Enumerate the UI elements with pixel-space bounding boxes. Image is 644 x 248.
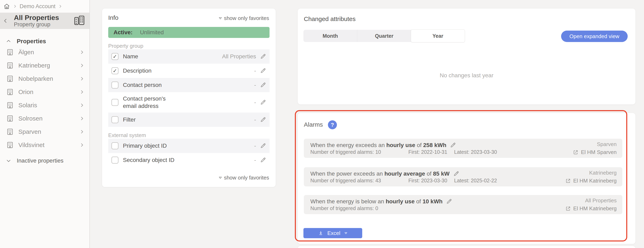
- chevron-right-icon: [79, 63, 84, 68]
- alarm-meter-link-label: El HM Katrineberg: [573, 178, 617, 184]
- sidebar-item-label: Vildsvinet: [18, 142, 79, 148]
- tab-year[interactable]: Year: [411, 29, 465, 42]
- sidebar-item-orion[interactable]: Orion: [0, 85, 90, 98]
- sidebar-item-katrineberg[interactable]: Katrineberg: [0, 59, 90, 72]
- tab-quarter[interactable]: Quarter: [357, 30, 411, 42]
- alarm-text: When the power exceeds an: [310, 171, 384, 177]
- show-only-favorites-label: show only favorites: [224, 175, 269, 181]
- field-label: Description: [123, 67, 180, 74]
- alarm-meter-link[interactable]: El HM Katrineberg: [565, 205, 617, 212]
- show-only-favorites-toggle-bottom[interactable]: show only favorites: [218, 175, 269, 181]
- field-value: -: [254, 157, 256, 163]
- edit-pencil-icon[interactable]: [260, 99, 266, 106]
- edit-pencil-icon[interactable]: [260, 82, 266, 88]
- field-label: Filter: [123, 116, 180, 123]
- sidebar-item-vildsvinet[interactable]: Vildsvinet: [0, 138, 90, 152]
- no-changes-message: No changes last year: [298, 72, 636, 79]
- edit-pencil-icon[interactable]: [260, 53, 266, 60]
- sidebar-item-algen[interactable]: Älgen: [0, 46, 90, 59]
- chevron-right-icon: [79, 129, 84, 134]
- sidebar-section-inactive-properties[interactable]: Inactive properties: [0, 156, 90, 165]
- next-card-edge: [298, 246, 636, 248]
- back-chevron-icon[interactable]: [2, 18, 8, 24]
- chevron-right-icon: [79, 76, 84, 81]
- edit-pencil-icon[interactable]: [260, 157, 266, 163]
- edit-pencil-icon[interactable]: [450, 142, 456, 148]
- chevron-right-icon: [79, 103, 84, 108]
- alarm-first-date: First: 2023-03-30: [408, 178, 454, 184]
- home-icon[interactable]: [3, 3, 10, 10]
- alarm-text-bold: 10 kWh: [422, 198, 442, 205]
- show-only-favorites-toggle-top[interactable]: show only favorites: [218, 15, 269, 21]
- info-row-primary-object-id: Primary object ID -: [108, 139, 270, 153]
- filter-triangle-icon: [218, 16, 222, 20]
- alarm-meter-link[interactable]: El HM Katrineberg: [565, 178, 617, 184]
- tab-month[interactable]: Month: [304, 30, 357, 42]
- edit-pencil-icon[interactable]: [446, 198, 452, 205]
- alarm-text-bold: hourly average: [384, 171, 425, 177]
- building-icon: [6, 128, 14, 136]
- field-value: -: [254, 67, 256, 74]
- field-label: Primary object ID: [123, 142, 180, 150]
- alarm-text: of: [415, 142, 423, 148]
- checkbox-description[interactable]: ✓: [112, 67, 118, 74]
- checkbox-secondary-object-id[interactable]: [112, 157, 118, 164]
- changed-attributes-title: Changed attributes: [304, 15, 356, 22]
- sidebar-section-label: Inactive properties: [17, 157, 64, 164]
- checkbox-filter[interactable]: [112, 116, 118, 123]
- alarm-text: When the energy is below an: [310, 198, 386, 205]
- alarm-meter-link-label: El HM Sparven: [581, 149, 617, 155]
- info-row-secondary-object-id: Secondary object ID -: [108, 153, 270, 167]
- field-value: -: [254, 116, 256, 123]
- info-row-description: ✓ Description -: [108, 64, 270, 78]
- sidebar-section-label: Properties: [17, 38, 46, 45]
- sidebar-item-label: Sparven: [18, 128, 79, 135]
- building-icon: [6, 141, 14, 149]
- sidebar-item-solrosen[interactable]: Solrosen: [0, 112, 90, 125]
- edit-pencil-icon[interactable]: [260, 67, 266, 74]
- edit-pencil-icon[interactable]: [453, 171, 460, 177]
- field-value: -: [254, 82, 256, 88]
- sidebar-item-sparven[interactable]: Sparven: [0, 125, 90, 138]
- alarm-triggered-count: Number of triggered alarms: 10: [310, 149, 408, 155]
- sidebar-item-nobelparken[interactable]: Nobelparken: [0, 72, 90, 85]
- sidebar-item-solaris[interactable]: Solaris: [0, 99, 90, 112]
- buildings-icon: [74, 15, 85, 26]
- excel-export-button[interactable]: Excel: [304, 228, 362, 238]
- alarm-row: When the energy exceeds an hourly use of…: [304, 139, 622, 158]
- property-group-header-text: All Properties Property group: [14, 14, 74, 28]
- alarm-meter-link[interactable]: El HM Sparven: [573, 149, 617, 155]
- checkbox-contact-person[interactable]: [112, 82, 118, 88]
- field-label: Contact person's email address: [123, 95, 174, 110]
- alarm-description: When the power exceeds an hourly average…: [310, 171, 460, 177]
- page-title: All Properties: [14, 14, 74, 21]
- checkbox-contact-email[interactable]: [112, 99, 118, 106]
- edit-pencil-icon[interactable]: [260, 116, 266, 123]
- alarm-property-name: Sparven: [597, 141, 617, 147]
- chevron-right-icon: [79, 89, 84, 95]
- sidebar-item-label: Älgen: [18, 49, 79, 56]
- alarm-text-bold: hourly use: [386, 198, 415, 205]
- changed-attributes-card: Changed attributes Month Quarter Year Op…: [298, 8, 636, 104]
- checkbox-name[interactable]: ✓: [112, 53, 118, 60]
- edit-pencil-icon[interactable]: [260, 143, 266, 149]
- chevron-up-icon: [6, 38, 12, 44]
- checkbox-primary-object-id[interactable]: [112, 142, 118, 149]
- info-card-title: Info: [108, 14, 118, 21]
- alarm-first-date: [408, 205, 454, 211]
- alarm-row: When the power exceeds an hourly average…: [304, 167, 622, 186]
- breadcrumb-account[interactable]: Demo Account: [20, 3, 56, 9]
- section-label-property-group: Property group: [108, 43, 143, 49]
- sidebar-section-properties[interactable]: Properties: [0, 37, 90, 46]
- alarm-text: of: [425, 171, 433, 177]
- alarm-triggered-count: Number of triggered alarms: 43: [310, 178, 408, 184]
- field-label: Contact person: [123, 81, 180, 89]
- alarm-description: When the energy is below an hourly use o…: [310, 198, 452, 205]
- alarm-stats: Number of triggered alarms: 43 First: 20…: [310, 178, 497, 184]
- alarm-latest-date: Latest: 2023-03-30: [454, 149, 497, 155]
- field-value: -: [254, 99, 256, 106]
- sidebar-item-label: Orion: [18, 88, 79, 95]
- open-expanded-view-button[interactable]: Open expanded view: [561, 30, 628, 42]
- download-icon: [318, 230, 324, 236]
- help-badge[interactable]: ?: [328, 120, 337, 129]
